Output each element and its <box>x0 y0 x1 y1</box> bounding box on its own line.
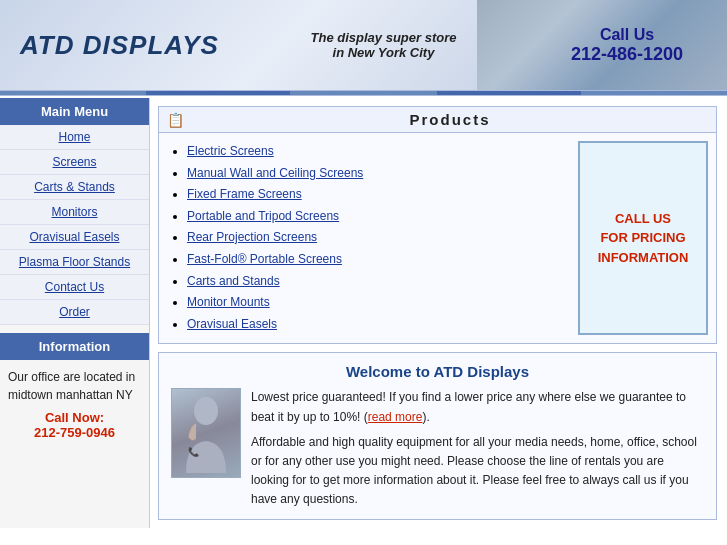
welcome-title: Welcome to ATD Displays <box>171 363 704 380</box>
svg-point-0 <box>194 397 218 425</box>
main-layout: Main Menu Home Screens Carts & Stands Mo… <box>0 98 727 528</box>
header-phone-number: 212-486-1200 <box>547 44 707 65</box>
products-list: Electric Screens Manual Wall and Ceiling… <box>167 141 568 335</box>
sidebar-item-home[interactable]: Home <box>0 125 149 150</box>
sidebar-item-plasma-floor-stands[interactable]: Plasma Floor Stands <box>0 250 149 275</box>
main-menu-header: Main Menu <box>0 98 149 125</box>
header: ATD DISPLAYS The display super store in … <box>0 0 727 90</box>
content-area: 📋 Products Electric Screens Manual Wall … <box>150 98 727 528</box>
sidebar-item-contact-us[interactable]: Contact Us <box>0 275 149 300</box>
product-link[interactable]: Portable and Tripod Screens <box>187 209 339 223</box>
list-item: Portable and Tripod Screens <box>187 206 568 228</box>
products-icon: 📋 <box>167 112 184 128</box>
site-logo: ATD DISPLAYS <box>20 30 220 61</box>
products-body: Electric Screens Manual Wall and Ceiling… <box>159 133 716 343</box>
list-item: Monitor Mounts <box>187 292 568 314</box>
sidebar-item-monitors[interactable]: Monitors <box>0 200 149 225</box>
sidebar-item-screens[interactable]: Screens <box>0 150 149 175</box>
list-item: Carts and Stands <box>187 271 568 293</box>
product-link[interactable]: Manual Wall and Ceiling Screens <box>187 166 363 180</box>
call-now: Call Now: 212-759-0946 <box>0 408 149 448</box>
header-phone: Call Us 212-486-1200 <box>547 26 707 65</box>
welcome-body: 📞 Lowest price guaranteed! If you find a… <box>171 388 704 509</box>
list-item: Electric Screens <box>187 141 568 163</box>
call-us-label: Call Us <box>547 26 707 44</box>
callout-text: CALL US FOR PRICING INFORMATION <box>598 209 689 268</box>
list-item: Oravisual Easels <box>187 314 568 336</box>
list-item: Rear Projection Screens <box>187 227 568 249</box>
product-link[interactable]: Rear Projection Screens <box>187 230 317 244</box>
product-link[interactable]: Fixed Frame Screens <box>187 187 302 201</box>
header-tagline: The display super store in New York City <box>220 30 547 60</box>
product-link[interactable]: Fast-Fold® Portable Screens <box>187 252 342 266</box>
info-text: Our office are located in midtown manhat… <box>0 360 149 408</box>
products-title: Products <box>192 111 708 128</box>
welcome-panel: Welcome to ATD Displays 📞 Lowest price g… <box>158 352 717 520</box>
list-item: Fixed Frame Screens <box>187 184 568 206</box>
svg-text:📞: 📞 <box>188 446 200 458</box>
welcome-text: Lowest price guaranteed! If you find a l… <box>251 388 704 509</box>
navbar <box>0 90 727 96</box>
welcome-image: 📞 <box>171 388 241 478</box>
product-link[interactable]: Oravisual Easels <box>187 317 277 331</box>
read-more-link[interactable]: read more <box>368 410 423 424</box>
products-panel: 📋 Products Electric Screens Manual Wall … <box>158 106 717 344</box>
list-item: Manual Wall and Ceiling Screens <box>187 163 568 185</box>
products-header: 📋 Products <box>159 107 716 133</box>
sidebar-item-carts-stands[interactable]: Carts & Stands <box>0 175 149 200</box>
product-link[interactable]: Electric Screens <box>187 144 274 158</box>
list-item: Fast-Fold® Portable Screens <box>187 249 568 271</box>
pricing-callout: CALL US FOR PRICING INFORMATION <box>578 141 708 335</box>
sidebar-item-oravisual-easels[interactable]: Oravisual Easels <box>0 225 149 250</box>
product-link[interactable]: Carts and Stands <box>187 274 280 288</box>
sidebar-item-order[interactable]: Order <box>0 300 149 325</box>
info-header: Information <box>0 333 149 360</box>
sidebar: Main Menu Home Screens Carts & Stands Mo… <box>0 98 150 528</box>
product-link[interactable]: Monitor Mounts <box>187 295 270 309</box>
